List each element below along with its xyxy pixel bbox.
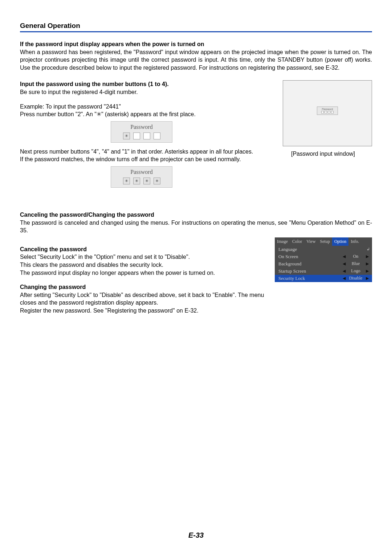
enter-icon[interactable]: ↲ — [364, 247, 370, 252]
pw-box-4 — [154, 133, 160, 139]
arrow-left-icon[interactable]: ◀ — [342, 269, 347, 273]
projected-screen: Password — [283, 80, 372, 146]
arrow-right-icon[interactable]: ▶ — [365, 254, 370, 259]
tiny-password-boxes — [317, 111, 338, 114]
osd-row-background[interactable]: Background◀Blue▶ — [275, 260, 372, 268]
osd-row-security-lock[interactable]: Security Lock◀Disable▶ — [275, 275, 372, 282]
input-pw-press2: Press number button "2". An "✳" (asteris… — [20, 110, 263, 118]
arrow-right-icon[interactable]: ▶ — [365, 276, 370, 281]
password-dialog-one-filled: Password ✳ — [111, 121, 172, 143]
page-number: E-33 — [0, 531, 392, 539]
arrow-right-icon[interactable]: ▶ — [365, 269, 370, 273]
pw-box-a2: ✳ — [133, 178, 140, 184]
input-pw-line1: Be sure to input the registered 4-digit … — [20, 88, 263, 96]
tiny-password-title: Password — [322, 108, 333, 110]
tiny-box — [328, 111, 330, 114]
osd-row-label: Startup Screen — [278, 268, 342, 274]
tiny-password-window: Password — [317, 107, 338, 115]
osd-row-value: Blue — [347, 261, 365, 266]
cancel-change-body: The password is canceled and changed usi… — [20, 219, 372, 235]
osd-row-label: Security Lock — [278, 276, 342, 281]
tiny-box — [324, 111, 327, 114]
osd-tab-view[interactable]: View — [304, 237, 318, 246]
change-l2: Register the new password. See "Register… — [20, 307, 270, 315]
change-heading: Changing the password — [20, 283, 270, 291]
osd-row-label: Language — [278, 247, 336, 252]
password-window-caption: [Password input window] — [274, 151, 372, 157]
osd-tab-info[interactable]: Info. — [348, 237, 361, 246]
input-pw-example-label: Example: To input the password "2441" — [20, 103, 263, 111]
cancel-l1: Select "Security Lock" in the "Option" m… — [20, 253, 270, 261]
password-boxes-2: ✳ ✳ ✳ ✳ — [111, 178, 172, 184]
osd-row-language[interactable]: Language↲ — [275, 246, 372, 253]
osd-row-startup-screen[interactable]: Startup Screen◀Logo▶ — [275, 268, 372, 275]
cancel-change-heading: Canceling the password/Changing the pass… — [20, 211, 372, 219]
password-boxes: ✳ — [111, 133, 172, 139]
osd-tab-setup[interactable]: Setup — [318, 237, 332, 246]
password-dialog-all-filled: Password ✳ ✳ ✳ ✳ — [111, 166, 172, 188]
pw-box-a1: ✳ — [123, 178, 130, 184]
arrow-left-icon[interactable]: ◀ — [342, 261, 347, 266]
cancel-l2: This clears the password and disables th… — [20, 261, 270, 269]
osd-tab-image[interactable]: Image — [275, 237, 290, 246]
cancel-l3: The password input display no longer app… — [20, 269, 270, 277]
section-title: General Operation — [20, 22, 372, 32]
tiny-box — [331, 111, 334, 114]
input-pw-heading: Input the password using the number butt… — [20, 80, 263, 88]
tiny-box — [321, 111, 324, 114]
osd-row-value: Logo — [347, 268, 365, 274]
input-pw-next-press: Next press number buttons "4", "4" and "… — [20, 148, 263, 156]
change-l1: After setting "Security Lock" to "Disabl… — [20, 291, 270, 307]
cancel-heading: Canceling the password — [20, 245, 270, 253]
osd-body: Language↲On Screen◀On▶Background◀Blue▶St… — [275, 246, 372, 282]
pw-box-a3: ✳ — [143, 178, 150, 184]
pw-box-3 — [143, 133, 150, 139]
password-dialog-title: Password — [111, 124, 172, 130]
arrow-left-icon[interactable]: ◀ — [342, 276, 347, 281]
osd-menu: ImageColorViewSetupOptionInfo. Language↲… — [275, 237, 372, 282]
osd-row-label: Background — [278, 261, 342, 267]
osd-row-value: On — [347, 254, 365, 259]
osd-tab-option[interactable]: Option — [332, 237, 348, 246]
osd-row-label: On Screen — [278, 254, 342, 260]
password-dialog-title-2: Password — [111, 169, 172, 175]
input-pw-match: If the password matches, the window turn… — [20, 155, 263, 163]
osd-tab-color[interactable]: Color — [290, 237, 304, 246]
pw-box-2 — [133, 133, 140, 139]
arrow-right-icon[interactable]: ▶ — [365, 261, 370, 266]
intro-heading: If the password input display appears wh… — [20, 40, 372, 48]
arrow-left-icon[interactable]: ◀ — [342, 254, 347, 259]
osd-tabs: ImageColorViewSetupOptionInfo. — [275, 237, 372, 246]
osd-row-value: Disable — [347, 276, 365, 281]
pw-box-a4: ✳ — [154, 178, 160, 184]
intro-body: When a password has been registered, the… — [20, 48, 372, 72]
osd-row-on-screen[interactable]: On Screen◀On▶ — [275, 253, 372, 260]
pw-box-1: ✳ — [123, 133, 130, 139]
